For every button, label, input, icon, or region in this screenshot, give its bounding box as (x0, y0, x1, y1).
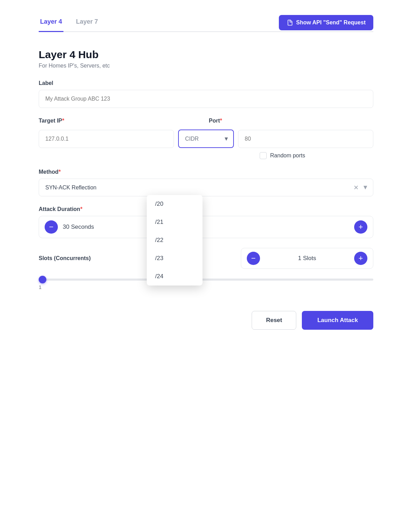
section-description: For Homes IP's, Servers, etc (39, 63, 373, 69)
label-group: Label (39, 80, 373, 108)
cidr-option-20[interactable]: /20 (147, 195, 203, 213)
section-title: Layer 4 Hub (39, 49, 373, 61)
duration-stepper: − 30 Seconds + (39, 216, 373, 238)
duration-value: 30 Seconds (63, 224, 94, 230)
tab-layer4[interactable]: Layer 4 (39, 14, 63, 32)
tabs-left: Layer 4 Layer 7 (39, 14, 99, 31)
method-select[interactable]: SYN-ACK Reflection (39, 179, 373, 196)
method-group: Method* SYN-ACK Reflection ✕ ▼ (39, 169, 373, 196)
tabs-bar: Layer 4 Layer 7 Show API "Send" Request (39, 14, 373, 32)
cidr-option-23[interactable]: /23 (147, 249, 203, 267)
cidr-option-24[interactable]: /24 (147, 267, 203, 285)
random-ports-row: Random ports (39, 152, 373, 159)
label-input[interactable] (39, 90, 373, 108)
target-ip-section: Target IP* (39, 118, 203, 127)
attack-duration-label: Attack Duration* (39, 206, 373, 212)
slots-value: 1 Slots (298, 255, 316, 262)
tab-layer7[interactable]: Layer 7 (75, 14, 99, 32)
slots-group: Slots (Concurrents) − 1 Slots + 1 (39, 248, 373, 290)
slots-row: Slots (Concurrents) − 1 Slots + (39, 248, 373, 269)
random-ports-label: Random ports (270, 152, 305, 159)
method-select-wrap: SYN-ACK Reflection ✕ ▼ (39, 179, 373, 196)
cidr-dropdown[interactable]: /20 /21 /22 /23 /24 (147, 195, 203, 285)
cidr-select-wrap: CIDR /20 /21 /22 /23 /24 ▼ (178, 130, 234, 148)
method-clear-icon: ✕ (353, 184, 359, 191)
label-field-label: Label (39, 80, 373, 86)
reset-button[interactable]: Reset (252, 311, 296, 330)
target-ip-label: Target IP* (39, 118, 203, 124)
slots-decrease-button[interactable]: − (247, 252, 260, 265)
target-ip-input[interactable] (39, 130, 174, 148)
method-label: Method* (39, 169, 373, 175)
slots-slider-container: 1 (39, 276, 373, 290)
ip-port-row: CIDR /20 /21 /22 /23 /24 ▼ (39, 130, 373, 148)
port-required-star: * (220, 118, 222, 124)
slots-increase-button[interactable]: + (354, 252, 367, 265)
cidr-select[interactable]: CIDR /20 /21 /22 /23 /24 (178, 130, 234, 148)
slots-stepper: − 1 Slots + (241, 248, 373, 269)
cidr-option-21[interactable]: /21 (147, 213, 203, 231)
api-button-label: Show API "Send" Request (296, 19, 366, 26)
port-section: Port* (209, 118, 373, 127)
random-ports-checkbox[interactable] (260, 152, 267, 159)
target-ip-group: Target IP* Port* CIDR /20 (39, 118, 373, 159)
port-label: Port* (209, 118, 373, 124)
attack-duration-group: Attack Duration* − 30 Seconds + (39, 206, 373, 238)
slider-min-label: 1 (39, 284, 373, 290)
slots-slider[interactable] (39, 279, 373, 281)
api-doc-icon (287, 19, 293, 26)
duration-left: − 30 Seconds (45, 220, 94, 234)
slots-label: Slots (Concurrents) (39, 255, 91, 261)
show-api-button[interactable]: Show API "Send" Request (279, 15, 374, 30)
bottom-actions: Reset Launch Attack (39, 311, 373, 330)
duration-decrease-button[interactable]: − (45, 220, 58, 234)
cidr-option-22[interactable]: /22 (147, 231, 203, 249)
main-content: Layer 4 Hub For Homes IP's, Servers, etc… (39, 49, 373, 330)
required-star: * (62, 118, 64, 124)
duration-increase-button[interactable]: + (354, 220, 367, 234)
launch-button[interactable]: Launch Attack (302, 311, 373, 330)
port-input[interactable] (238, 130, 373, 148)
